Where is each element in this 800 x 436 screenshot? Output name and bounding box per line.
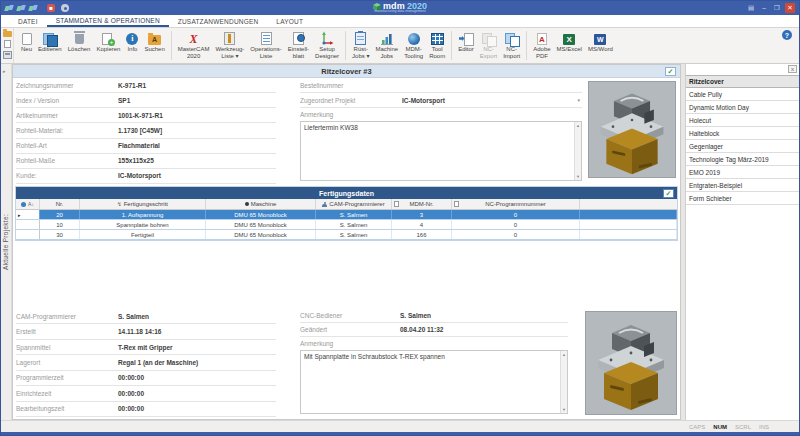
editor-button[interactable]: Editor: [455, 30, 477, 53]
scroll-down-icon[interactable]: ▼: [576, 174, 580, 179]
ms-word-button[interactable]: W MS/Word: [585, 30, 616, 53]
window-menu-icon[interactable]: ▤: [746, 3, 756, 13]
column-label: NC-Programmnummer: [485, 201, 546, 207]
lagerort-field[interactable]: Regal 1 (an der Maschine): [118, 359, 198, 366]
projects-rail-tab[interactable]: ▸ Aktuelle Projekte:: [1, 64, 12, 420]
sort-icon: ↯: [117, 201, 122, 207]
help-button[interactable]: ?: [782, 30, 792, 40]
column-header-mdm-nr[interactable]: MDM-Nr.: [392, 199, 452, 209]
mdm-tooling-button[interactable]: MDM- Tooling: [401, 30, 426, 60]
kopieren-button[interactable]: Kopieren: [93, 30, 123, 53]
tab-layout[interactable]: LAYOUT: [267, 15, 312, 27]
column-header-nr[interactable]: Nr.: [40, 199, 80, 209]
table-row[interactable]: 30 Fertigteil DMU 65 Monoblock S. Salmen…: [16, 230, 677, 240]
setup-designer-button[interactable]: Setup Designer: [312, 30, 342, 60]
detail-anmerkung-textarea[interactable]: Mit Spannplatte in Schraubstock T-REX sp…: [300, 350, 568, 414]
sidebar-current-project[interactable]: Ritzelcover: [686, 75, 799, 88]
checkmark-icon[interactable]: ✓: [663, 189, 674, 198]
machine-jobs-button[interactable]: Machine Jobs: [372, 30, 401, 60]
geaendert-field[interactable]: 08.04.20 11:32: [400, 326, 443, 333]
sidebar-item-holecut[interactable]: Holecut: [686, 114, 799, 127]
toolbar-separator: [345, 31, 346, 60]
cam-programmierer-field[interactable]: S. Salmen: [118, 313, 149, 320]
sidebar-item-gegenlager[interactable]: Gegenlager: [686, 140, 799, 153]
sidebar-item-form-schieber[interactable]: Form Schieber: [686, 192, 799, 205]
suchen-button[interactable]: Suchen: [141, 30, 167, 53]
field-label: Zugeordnet Projekt: [300, 97, 396, 104]
column-header-nc-programmnummer[interactable]: NC-Programmnummer: [452, 199, 580, 209]
settings-gear-icon[interactable]: [61, 4, 69, 12]
scroll-up-icon[interactable]: ▲: [562, 352, 566, 357]
folder-icon[interactable]: [3, 31, 12, 37]
programmierzeit-field[interactable]: 00:00:00: [118, 374, 144, 381]
column-header-cam-programmierer[interactable]: CAM-Programmierer: [316, 199, 392, 209]
sidebar-item-halteblock[interactable]: Halteblock: [686, 127, 799, 140]
checkmark-icon[interactable]: ✓: [665, 67, 676, 76]
loeschen-button[interactable]: Löschen: [65, 30, 94, 53]
projekt-dropdown[interactable]: IC-Motorsport ▾: [396, 93, 582, 107]
table-row[interactable]: ▸ 20 1. Aufspannung DMU 65 Monoblock S. …: [16, 210, 677, 220]
neu-button[interactable]: Neu: [18, 30, 35, 53]
werkzeug-liste-button[interactable]: Werkzeug- Liste ▾: [212, 30, 247, 60]
minimize-button[interactable]: –: [759, 3, 769, 13]
sort-az-icon[interactable]: A↓: [28, 201, 34, 207]
column-header-fertigungsschritt[interactable]: ↯Fertigungsschritt: [80, 199, 206, 209]
bearbeitungszeit-field[interactable]: 00:00:00: [118, 405, 144, 412]
scroll-down-icon[interactable]: ▼: [562, 407, 566, 412]
tab-datei[interactable]: DATEI: [9, 15, 47, 27]
info-button[interactable]: Info: [123, 30, 141, 53]
scroll-up-icon[interactable]: ▲: [576, 123, 580, 128]
table-row[interactable]: 10 Spannplatte bohren DMU 65 Monoblock S…: [16, 220, 677, 230]
einrichtezeit-field[interactable]: 00:00:00: [118, 390, 144, 397]
artikelnummer-field[interactable]: 1001-K-971-R1: [118, 112, 163, 119]
sidebar-item-entgraten-beispiel[interactable]: Entgraten-Beispiel: [686, 179, 799, 192]
stop-icon[interactable]: ■: [47, 4, 55, 12]
field-label: CAM-Programmierer: [16, 313, 118, 320]
tab-zusatzanwendungen[interactable]: ZUSATZANWENDUNGEN: [169, 15, 268, 27]
connection-icon[interactable]: [17, 5, 25, 12]
zeichnungsnummer-field[interactable]: K-971-R1: [118, 82, 146, 89]
rohteil-masse-field[interactable]: 155x115x25: [118, 157, 154, 164]
rohteil-art-field[interactable]: Flachmaterial: [118, 142, 160, 149]
textarea-scrollbar[interactable]: ▲▼: [574, 122, 581, 180]
column-header-maschine[interactable]: Maschine: [206, 199, 316, 209]
close-icon[interactable]: x: [788, 65, 797, 73]
page-icon[interactable]: [4, 40, 11, 48]
mastercam-button[interactable]: X MasterCAM 2020: [175, 30, 213, 60]
panel-icon[interactable]: [3, 51, 12, 59]
ruest-jobs-button[interactable]: Rüst- Jobs ▾: [349, 30, 372, 60]
adobe-pdf-button[interactable]: Adobe PDF: [530, 30, 553, 60]
sidebar-item-cable-pully[interactable]: Cable Pully: [686, 88, 799, 101]
list-item-label: Dynamic Motion Day: [689, 104, 749, 111]
kunde-field[interactable]: IC-Motorsport: [118, 172, 161, 179]
connection-icon[interactable]: [29, 5, 37, 12]
button-label: Kopieren: [96, 46, 120, 53]
form-row: SpannmittelT-Rex mit Gripper: [16, 340, 276, 355]
nc-import-button[interactable]: NC- Import: [500, 30, 523, 60]
operations-liste-button[interactable]: Operations- Liste: [247, 30, 284, 60]
cnc-bediener-field[interactable]: S. Salmen: [400, 312, 431, 319]
sidebar-item-technologie-tag[interactable]: Technologie Tag März-2019: [686, 153, 799, 166]
connection-icon[interactable]: [5, 5, 13, 12]
tab-stammdaten-operationen[interactable]: STAMMDATEN & OPERATIONEN: [47, 15, 169, 27]
ms-excel-button[interactable]: X MS/Excel: [554, 30, 585, 53]
textarea-scrollbar[interactable]: ▲▼: [560, 351, 567, 413]
sidebar-item-dynamic-motion-day[interactable]: Dynamic Motion Day: [686, 101, 799, 114]
button-label: Tool Room: [429, 46, 445, 60]
anmerkung-textarea[interactable]: Liefertermin KW38 ▲▼: [300, 121, 582, 181]
rohteil-material-field[interactable]: 1.1730 [C45W]: [118, 127, 162, 134]
maximize-button[interactable]: ❐: [772, 3, 782, 13]
editieren-button[interactable]: Editieren: [35, 30, 65, 53]
close-button[interactable]: ✕: [785, 3, 795, 13]
spannmittel-field[interactable]: T-Rex mit Gripper: [118, 344, 173, 351]
cell-filler: [580, 230, 677, 239]
expander-arrow-icon[interactable]: ▸: [3, 68, 6, 74]
logo-cube-icon: [373, 2, 381, 10]
cell-fertigungsschritt: 1. Aufspannung: [80, 210, 206, 219]
einstellblatt-button[interactable]: Einstell- blatt: [285, 30, 312, 60]
list-item-label: Technologie Tag März-2019: [689, 156, 769, 163]
index-version-field[interactable]: SP1: [118, 97, 130, 104]
tool-room-button[interactable]: Tool Room: [426, 30, 448, 60]
erstellt-field[interactable]: 14.11.18 14:16: [118, 328, 161, 335]
sidebar-item-emo-2019[interactable]: EMO 2019: [686, 166, 799, 179]
